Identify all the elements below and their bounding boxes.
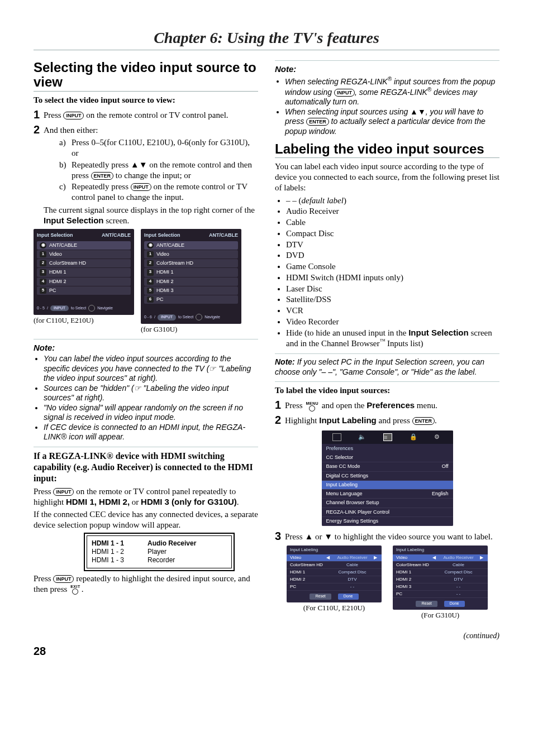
prefs-row: CC Selector [322, 453, 453, 462]
list-item: HDMI Switch (HDMI inputs only) [286, 272, 499, 283]
osd-input-pill: INPUT [50, 305, 69, 312]
il-row: PC- - [287, 583, 382, 591]
option-label: a) [59, 137, 72, 159]
s1-a: Press [285, 401, 304, 410]
step-2: 2 Highlight Input Labeling and press ENT… [275, 413, 499, 427]
step-number: 1 [275, 398, 285, 412]
nav-circle-icon [196, 314, 202, 320]
input-labeling-g310u: Input Labeling Video◀Audio Receiver▶ Col… [393, 546, 488, 610]
subhead-to-label: To label the video input sources: [275, 385, 499, 396]
input-keycap-icon: INPUT [131, 183, 151, 191]
step-2-text: And then either: [44, 126, 98, 135]
osd-input-selection-g310u: Input Selection ANT/CABLE ◉ANT/CABLE 1Vi… [141, 229, 241, 324]
step-number: 2 [275, 413, 285, 427]
option-a-text: Press 0–5(for C110U, E210U), 0-6(only fo… [72, 137, 258, 159]
osd-index: ◉ [40, 242, 46, 248]
il-row: PC- - [393, 591, 488, 598]
prefs-tab-icon: ≡ [383, 433, 392, 441]
list-item: DTV [286, 240, 499, 250]
il-done-button: Done [338, 594, 359, 600]
exit-key-icon: EXIT [69, 585, 82, 595]
osd-foot-select: to Select [71, 306, 86, 311]
s3-text: Press ▲ or ▼ to highlight the video sour… [285, 529, 499, 542]
note-list-right-top: When selecting REGZA-LINK® input sources… [285, 76, 499, 136]
osd-item-label: HDMI 2 [49, 279, 66, 285]
osd-foot-nav: Navigate [204, 315, 220, 320]
note-body: If you select PC in the Input Selection … [275, 357, 484, 376]
osd-item-label: ColorStream HD [49, 260, 86, 266]
list-item: Game Console [286, 261, 499, 272]
sub-rule [275, 381, 499, 382]
osd-caption-1: (for C110U, E210U) [34, 316, 134, 325]
list-item: VCR [286, 305, 499, 316]
il-reset-button: Reset [310, 594, 331, 600]
step-2-tail-a: The current signal source displays in th… [44, 205, 255, 214]
note-item: When selecting REGZA-LINK® input sources… [285, 76, 499, 107]
il-caption-1: (For C110U, E210U) [287, 604, 382, 613]
list-item: Hide (to hide an unused input in the Inp… [286, 328, 499, 350]
note-item: Sources can be "hidden" (☞ "Labeling the… [44, 384, 258, 403]
section-rule [34, 91, 258, 92]
input-labeling-c110u: Input Labeling Video◀Audio Receiver▶ Col… [287, 546, 382, 602]
step-1: 1 Press INPUT on the remote control or T… [34, 108, 258, 122]
osd-item-label: PC [156, 296, 164, 303]
list-item: Cable [286, 217, 499, 228]
step-1-text-a: Press [44, 111, 63, 119]
regza-or: or [130, 497, 141, 506]
osd-index: 6 [147, 296, 154, 303]
menu-key-icon: MENU [304, 401, 320, 412]
il-row: ColorStream HDCable [393, 562, 488, 569]
subhead-to-select: To select the video input source to view… [34, 95, 258, 106]
hdmi-1-2-label: HDMI 1, HDMI 2, [66, 497, 130, 506]
note-item: You can label the video input sources ac… [44, 354, 258, 384]
cec-port: HDMI 1 - 2 [92, 548, 147, 556]
list-item: – – (default label) [286, 195, 499, 206]
osd-screenshots: Input Selection ANT/CABLE ◉ANT/CABLE 1Vi… [34, 229, 258, 334]
cec-device: Recorder [147, 556, 175, 564]
osd-index: 2 [147, 260, 154, 266]
preset-labels-list: – – (default label) Audio Receiver Cable… [286, 195, 499, 350]
step-number: 3 [275, 529, 285, 543]
osd-index: 3 [40, 269, 46, 275]
osd-item-label: HDMI 3 [156, 288, 174, 294]
osd-index: ◉ [147, 242, 154, 248]
note-item: "No video signal" will appear randomly o… [44, 403, 258, 423]
prefs-row: Channel Browser Setup [322, 499, 453, 508]
sub-rule [34, 339, 258, 339]
option-label: c) [59, 181, 72, 203]
section-rule [275, 157, 499, 158]
prefs-row: Digital CC Settings [322, 472, 453, 481]
osd-current: ANT/CABLE [102, 232, 131, 238]
osd-index: 4 [40, 279, 46, 285]
prefs-row: Base CC ModeOff [322, 462, 453, 471]
option-label: b) [59, 160, 72, 181]
audio-tab-icon: 🔈 [358, 433, 366, 440]
step-number: 1 [34, 108, 44, 122]
s2-a: Highlight [285, 416, 319, 425]
il-row: HDMI 3- - [393, 583, 488, 591]
list-item: Video Recorder [286, 317, 499, 327]
note-list-left: You can label the video input sources ac… [44, 354, 258, 442]
regza-p2: If the connected CEC device has any conn… [34, 509, 258, 530]
osd-range: 0 - 5 [37, 306, 45, 311]
sub-rule [34, 447, 258, 447]
osd-range: 0 - 6 [144, 315, 152, 320]
list-item: Laser Disc [286, 284, 499, 294]
osd-input-pill: INPUT [158, 314, 176, 320]
osd-item-label: ANT/CABLE [156, 242, 184, 248]
s2-b: and press [377, 416, 412, 425]
il-row: HDMI 2DTV [287, 576, 382, 583]
lock-tab-icon: 🔒 [410, 433, 417, 440]
note-item: When selecting input sources using ▲▼, y… [285, 107, 499, 137]
note-label: Note: [275, 357, 295, 366]
prefs-row: REGZA-LINK Player Control [322, 508, 453, 517]
osd-current: ANT/CABLE [209, 232, 238, 238]
osd-title: Input Selection [37, 232, 73, 238]
step-number: 2 [34, 123, 44, 137]
right-column: Note: When selecting REGZA-LINK® input s… [275, 60, 499, 620]
prefs-header: Preferences [322, 444, 453, 453]
cec-device: Player [147, 548, 166, 556]
osd-item-label: Video [156, 251, 169, 257]
sub-rule [275, 60, 499, 61]
section-heading-labeling: Labeling the video input sources [275, 142, 499, 156]
